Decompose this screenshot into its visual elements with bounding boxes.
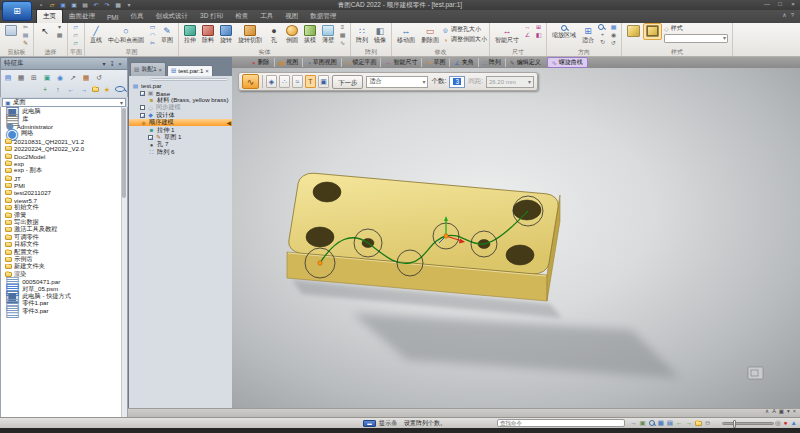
dim-symmetric-icon[interactable]: ◧ — [534, 32, 543, 39]
dim-angle-icon[interactable]: ∠ — [523, 32, 532, 39]
zoom-window-icon[interactable] — [649, 420, 655, 426]
smart-dimension-button[interactable]: ↔智能尺寸 — [492, 23, 522, 46]
font-size-icon[interactable]: A — [772, 409, 776, 415]
help-dropdown-icon[interactable]: ▾ — [125, 2, 133, 8]
thread-icon[interactable]: ∿ — [338, 40, 347, 47]
corner-hole[interactable] — [506, 245, 534, 265]
help-icon[interactable]: ? — [791, 12, 794, 18]
spin-icon[interactable]: ↺ — [609, 40, 618, 47]
model-tree-item[interactable]: ▤test.par — [129, 82, 232, 89]
redo-icon[interactable]: ↷ — [103, 2, 111, 8]
count-input[interactable]: 3 — [449, 76, 465, 88]
collapse-icon[interactable]: ∧ — [765, 409, 769, 415]
file-tree-item[interactable]: ▤零件3.par — [1, 308, 127, 315]
close-tab-icon[interactable]: × — [205, 68, 209, 74]
favorites-icon[interactable]: ★ — [102, 86, 112, 93]
close-bar-icon[interactable]: × — [793, 409, 796, 415]
pin-icon[interactable]: ↧ — [108, 61, 116, 67]
context-item-pattern[interactable]: ∷阵列 — [478, 58, 505, 67]
select-keypoints-toggle[interactable]: ∴ — [279, 75, 290, 88]
select-button[interactable]: ↖ — [36, 23, 54, 39]
context-item-view[interactable]: ▦视图 — [274, 58, 303, 67]
curve-pattern-tool-button[interactable]: ∿ — [242, 74, 259, 89]
resize-round-button[interactable]: ◑调整倒圆大小 — [442, 35, 487, 44]
ribbon-tab-视图[interactable]: 视图 — [279, 10, 304, 23]
up-level-icon[interactable]: ↑ — [53, 86, 63, 93]
rib-icon[interactable]: ≡ — [338, 24, 347, 31]
circle-button[interactable]: ○中心和点画圆 — [105, 23, 147, 46]
location-dropdown[interactable]: ▣ 桌面 ▾ — [2, 98, 126, 107]
model-tree-item[interactable]: ◇同步建模 — [129, 104, 232, 111]
corner-hole[interactable] — [306, 227, 334, 247]
style-select[interactable]: ▾ — [664, 34, 728, 43]
model-tree-item[interactable]: ✓◆设计体 — [129, 112, 232, 119]
grid-view-icon[interactable]: ⊞ — [29, 74, 39, 81]
move-face-button[interactable]: ↔移动面 — [394, 23, 418, 46]
named-views-icon[interactable]: ▦ — [609, 24, 618, 31]
trim-icon[interactable]: ✂ — [148, 40, 157, 47]
cut-extrude-button[interactable]: 除料 — [199, 23, 217, 46]
library-view-icon[interactable]: ▤ — [3, 74, 13, 81]
select-tangent-toggle[interactable]: T — [305, 75, 316, 88]
capture-icon[interactable]: ▦ — [81, 74, 91, 81]
context-item-sketch[interactable]: ✎草图 — [421, 58, 449, 67]
resize-hole-button[interactable]: ◎调整孔大小 — [442, 25, 487, 34]
file-tree-item[interactable]: JT — [1, 175, 127, 182]
rotate-view-icon[interactable]: ↻ — [598, 39, 607, 46]
context-item-smart-dimension[interactable]: ↔智能尺寸 — [380, 58, 421, 67]
select-filter-icon[interactable]: ▦ — [55, 32, 64, 39]
rectangle-icon[interactable]: ▭ — [148, 24, 157, 31]
send-command-icon[interactable]: → — [630, 420, 637, 427]
ribbon-tab-工具[interactable]: 工具 — [254, 10, 279, 23]
screen-capture-icon[interactable]: ▦ — [114, 2, 122, 8]
zoom-slider[interactable] — [722, 422, 774, 425]
checkbox-checked[interactable]: ✓ — [148, 135, 153, 140]
paste-button[interactable] — [2, 23, 20, 39]
ribbon-tab-数据管理[interactable]: 数据管理 — [304, 10, 342, 23]
mirror-button[interactable]: ◧镜像 — [371, 23, 389, 46]
ribbon-tab-3D 打印[interactable]: 3D 打印 — [194, 10, 229, 23]
select-options-icon[interactable]: ▾ — [55, 24, 64, 31]
next-step-button[interactable]: 下一步 — [332, 75, 363, 89]
format-painter-icon[interactable]: ✎ — [21, 40, 30, 47]
maximize-button[interactable]: □ — [776, 1, 784, 7]
save-icon[interactable]: ▣ — [59, 2, 67, 8]
context-item-lock-plane[interactable]: ▱锁定平面 — [341, 58, 381, 67]
zoom-icon[interactable] — [598, 24, 604, 30]
previous-view-icon[interactable]: ← — [676, 420, 683, 427]
file-tree-item[interactable]: ◉网络 — [1, 130, 127, 137]
checkbox[interactable] — [140, 105, 145, 110]
context-item-angle[interactable]: ∠夹角 — [449, 58, 477, 67]
thin-wall-button[interactable]: 薄壁 — [319, 23, 337, 46]
application-menu-button[interactable]: ⊞ — [2, 1, 32, 21]
ribbon-tab-创成式设计[interactable]: 创成式设计 — [150, 10, 195, 23]
back-icon[interactable]: ← — [66, 86, 76, 93]
target-icon[interactable]: ◎ — [775, 420, 781, 427]
layers-icon[interactable]: ▲ — [791, 420, 797, 427]
file-tree-item[interactable]: 20210831_QH2021_V1.2 — [1, 138, 127, 145]
dim-distance-icon[interactable]: ↔ — [523, 24, 532, 31]
file-tree-item[interactable]: Doc2Model — [1, 152, 127, 159]
shaded-cube-button[interactable] — [624, 23, 643, 40]
select-geometry-toggle[interactable]: ◈ — [266, 75, 277, 88]
ribbon-tab-PMI[interactable]: PMI — [101, 12, 125, 23]
ribbon-tab-曲面处理[interactable]: 曲面处理 — [63, 10, 101, 23]
fit-window-icon[interactable]: ▦ — [658, 420, 664, 427]
context-item-edit-definition[interactable]: ✎编辑定义 — [505, 58, 545, 67]
file-tree-item[interactable]: test20211027 — [1, 189, 127, 196]
curve-start-marker[interactable] — [318, 261, 322, 265]
model-tree-item[interactable]: ∷阵列 6 — [129, 149, 232, 156]
pan-icon[interactable]: + — [598, 31, 607, 38]
model-tree-item[interactable]: ◆顺序建模◀ — [129, 119, 232, 126]
document-tab-test.par:1[interactable]: ▤test.par:1× — [167, 65, 213, 76]
collapse-arrow-icon[interactable]: ◀ — [226, 120, 231, 126]
file-tree-item[interactable]: ●Administrator — [1, 123, 127, 130]
close-button[interactable]: × — [789, 1, 797, 7]
vent-icon[interactable]: ▦ — [338, 32, 347, 39]
print-icon[interactable]: ▤ — [81, 2, 89, 8]
revolve-button[interactable]: 旋转 — [217, 23, 235, 46]
context-item-helix-curve[interactable]: ∿螺旋曲线 — [547, 57, 588, 68]
checkbox-checked[interactable]: ✓ — [140, 113, 145, 118]
dim-coordinate-icon[interactable]: ⊞ — [534, 24, 543, 31]
forward-icon[interactable]: → — [79, 86, 89, 93]
